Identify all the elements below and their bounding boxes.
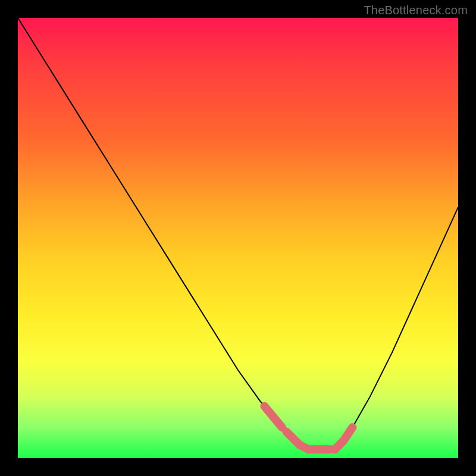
- highlight-segment-mid: [286, 432, 330, 450]
- plot-area: [18, 18, 458, 458]
- bottleneck-curve: [18, 18, 458, 449]
- watermark-text: TheBottleneck.com: [364, 4, 468, 17]
- chart-frame: TheBottleneck.com: [0, 0, 476, 476]
- highlight-segment-left: [264, 406, 282, 428]
- highlight-segment-right: [335, 427, 353, 449]
- curve-svg: [18, 18, 458, 458]
